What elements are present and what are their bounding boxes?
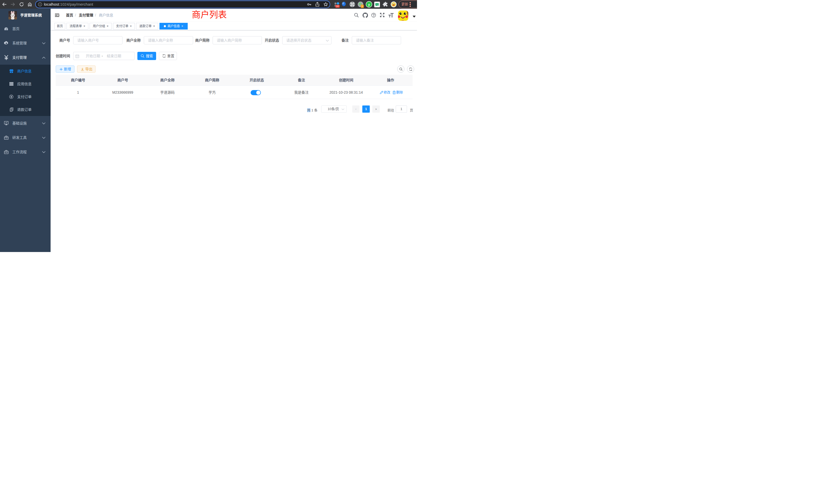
svg-text:y: y (368, 3, 370, 6)
